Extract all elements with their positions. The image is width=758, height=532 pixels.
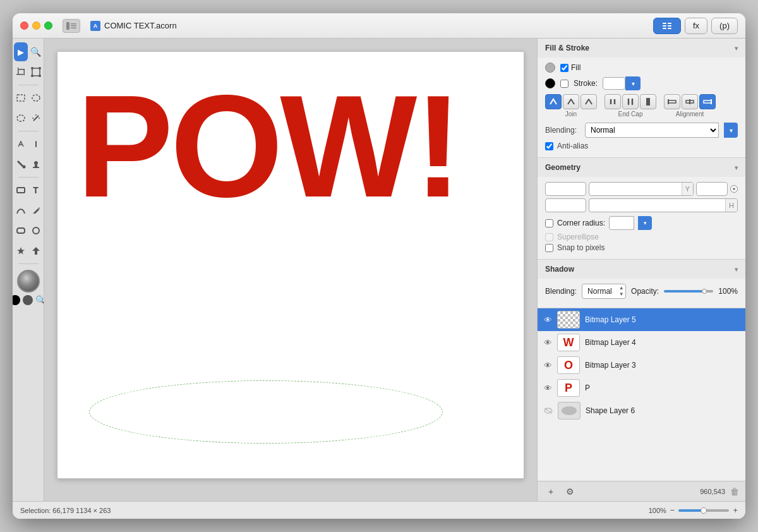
cap-butt-btn[interactable]: [605, 94, 621, 109]
delete-layer-btn[interactable]: 🗑: [730, 487, 739, 497]
superellipse-checkbox[interactable]: [545, 233, 553, 241]
layer-item[interactable]: 👁 O Bitmap Layer 3: [538, 354, 745, 377]
stroke-dropdown-btn[interactable]: ▾: [625, 76, 641, 90]
lasso-tool[interactable]: [14, 109, 28, 128]
stroke-color-dot[interactable]: [545, 78, 555, 88]
rotation-dot[interactable]: [730, 185, 738, 193]
select-tool[interactable]: ▶: [14, 42, 28, 61]
pen-tool[interactable]: [14, 135, 28, 154]
corner-radius-checkbox[interactable]: [545, 219, 553, 227]
zoom-slider[interactable]: [678, 509, 729, 512]
join-bevel-btn[interactable]: [581, 94, 597, 109]
shadow-opacity-label: Opacity:: [631, 287, 659, 296]
close-button[interactable]: [20, 21, 28, 30]
shadow-header[interactable]: Shadow ▾: [538, 260, 745, 279]
layer-visibility-icon[interactable]: [544, 406, 553, 416]
blending-select[interactable]: Normal: [585, 123, 719, 138]
alignment-group: Alignment: [664, 94, 716, 118]
magic-wand-tool[interactable]: [29, 109, 43, 128]
fill-tool[interactable]: [14, 155, 28, 174]
corner-radius-dropdown[interactable]: ▾: [638, 216, 652, 230]
stroke-value-field: 6 ▾: [603, 76, 641, 90]
align-center-btn[interactable]: [682, 94, 698, 109]
zoom-tool[interactable]: 🔍: [29, 42, 43, 61]
shadow-opacity-slider[interactable]: [664, 290, 713, 293]
crop-tool[interactable]: [14, 63, 28, 82]
layer-visibility-icon[interactable]: 👁: [544, 315, 552, 325]
svg-point-27: [22, 166, 25, 169]
h-input[interactable]: 0: [589, 202, 725, 209]
geometry-header[interactable]: Geometry ▾: [538, 158, 745, 177]
layer-item[interactable]: 👁 P P: [538, 377, 745, 399]
layer-item[interactable]: 👁 Bitmap Layer 5: [538, 308, 745, 331]
shadow-content: Blending: Normal ▲ ▼ Opacity:: [538, 279, 745, 308]
maximize-button[interactable]: [44, 21, 52, 30]
layer-visibility-icon[interactable]: 👁: [544, 384, 552, 393]
stroke-checkbox[interactable]: [560, 80, 568, 88]
cap-round-btn[interactable]: [622, 94, 639, 109]
superellipse-row: Superellipse: [545, 233, 738, 241]
anti-alias-row: Anti-alias: [545, 142, 738, 150]
w-input[interactable]: 0: [546, 202, 586, 209]
corner-radius-input[interactable]: 0: [609, 216, 634, 230]
layer-item[interactable]: 👁 W Bitmap Layer 4: [538, 331, 745, 354]
titlebar: A COMIC TEXT.acorn fx (p): [13, 13, 745, 39]
layer-visibility-icon[interactable]: 👁: [544, 338, 552, 348]
snap-pixels-checkbox[interactable]: [545, 244, 553, 252]
tools-button[interactable]: [653, 18, 681, 34]
rect-tool[interactable]: [14, 181, 28, 200]
layer-settings-btn[interactable]: ⚙: [563, 485, 577, 499]
join-miter-btn[interactable]: [545, 94, 562, 109]
zoom-minus-icon[interactable]: −: [670, 505, 675, 515]
bezier-tool[interactable]: [14, 201, 28, 220]
fill-checkbox[interactable]: [560, 64, 568, 72]
blending-row: Blending: Normal ▾: [545, 123, 738, 138]
join-round-btn[interactable]: [563, 94, 579, 109]
fill-label: Fill: [571, 63, 581, 72]
stroke-input[interactable]: 6: [603, 77, 625, 90]
layer-visibility-icon[interactable]: 👁: [544, 361, 552, 370]
svg-rect-32: [17, 228, 25, 233]
rect-select-tool[interactable]: [14, 88, 28, 107]
shadow-blending-row: Blending: Normal ▲ ▼ Opacity:: [545, 284, 738, 299]
titlebar-toolbar: fx (p): [653, 18, 738, 34]
sidebar-toggle-button[interactable]: [63, 19, 80, 33]
tool-group-1: ▶ 🔍: [14, 42, 43, 61]
add-layer-btn[interactable]: +: [544, 485, 558, 499]
text-tool[interactable]: T: [29, 181, 43, 200]
rounded-rect-tool[interactable]: [14, 221, 28, 240]
arrow-tool[interactable]: [29, 241, 43, 260]
shadow-blending-stepper[interactable]: ▲ ▼: [617, 285, 626, 298]
zoom-plus-icon[interactable]: +: [733, 505, 738, 515]
fx-button[interactable]: fx: [685, 18, 707, 34]
canvas-area[interactable]: POW!: [44, 39, 537, 501]
y-input[interactable]: 0: [589, 185, 682, 193]
foreground-swatch[interactable]: [13, 295, 20, 305]
fill-color-dot[interactable]: [545, 63, 555, 73]
cap-square-btn[interactable]: [640, 94, 656, 109]
shadow-title: Shadow: [545, 265, 574, 274]
zoom-controls: 100% − +: [649, 505, 738, 515]
blending-dropdown-btn[interactable]: ▾: [724, 123, 738, 138]
zoom-icon[interactable]: 🔍: [35, 295, 44, 305]
align-left-btn[interactable]: [664, 94, 680, 109]
background-swatch[interactable]: [23, 295, 33, 305]
layer-item[interactable]: Shape Layer 6: [538, 399, 745, 422]
minimize-button[interactable]: [32, 21, 40, 30]
x-input[interactable]: 0: [546, 185, 586, 193]
ellipse-select-tool[interactable]: [29, 88, 43, 107]
rotation-input[interactable]: 0º: [696, 182, 728, 196]
line-tool[interactable]: [29, 135, 43, 154]
color-picker[interactable]: [17, 270, 40, 293]
fill-stroke-header[interactable]: Fill & Stroke ▾: [538, 39, 745, 57]
stamp-tool[interactable]: [29, 155, 43, 174]
y-field: 0 Y: [589, 182, 694, 196]
anti-alias-checkbox[interactable]: [545, 142, 553, 150]
circle-tool[interactable]: [29, 221, 43, 240]
transform-tool[interactable]: [29, 63, 43, 82]
pencil-tool[interactable]: [29, 201, 43, 220]
star-tool[interactable]: [14, 241, 28, 260]
shadow-chevron: ▾: [735, 266, 738, 273]
align-right-btn[interactable]: [699, 94, 716, 109]
p-button[interactable]: (p): [711, 18, 738, 34]
